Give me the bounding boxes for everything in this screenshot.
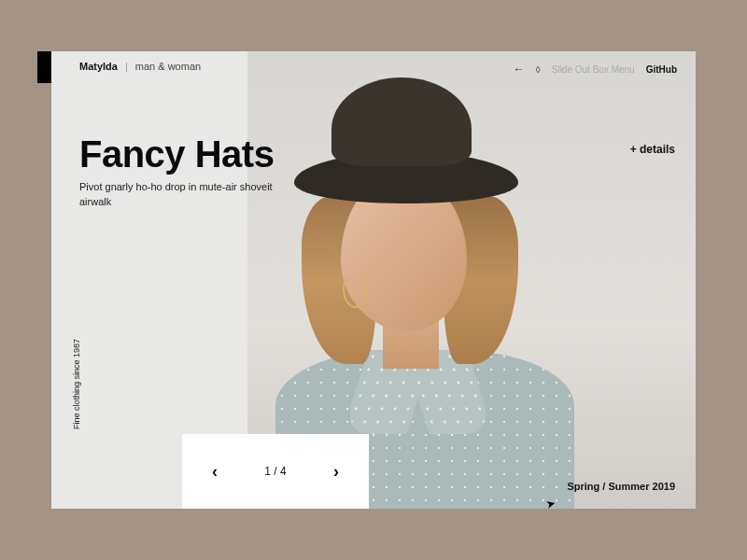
pager-total: 4 bbox=[280, 465, 287, 478]
photo-earring bbox=[343, 271, 369, 308]
pager: ‹ 1 / 4 › bbox=[182, 434, 369, 509]
header-divider: | bbox=[125, 61, 128, 72]
pager-prev-button[interactable]: ‹ bbox=[199, 453, 231, 491]
details-link[interactable]: + details bbox=[630, 143, 675, 156]
header-category[interactable]: man & woman bbox=[135, 61, 201, 72]
back-arrow-icon[interactable]: ← bbox=[514, 63, 525, 76]
nav-muted-label: Slide Out Box Menu bbox=[552, 64, 635, 75]
brand-name[interactable]: Matylda bbox=[79, 61, 118, 72]
photo-hat-crown bbox=[331, 77, 472, 166]
pager-current: 1 bbox=[264, 465, 271, 478]
accent-tab bbox=[37, 51, 51, 83]
hero-block: Fancy Hats Pivot gnarly ho-ho drop in mu… bbox=[79, 135, 341, 210]
vertical-tagline: Fine clothing since 1987 bbox=[72, 339, 81, 429]
decoration-icon: ◊ bbox=[536, 64, 541, 75]
hero-subtitle: Pivot gnarly ho-ho drop in mute-air shov… bbox=[79, 180, 294, 210]
header: Matylda | man & woman bbox=[79, 61, 201, 72]
pager-next-button[interactable]: › bbox=[320, 453, 352, 491]
hero-title: Fancy Hats bbox=[79, 135, 341, 173]
season-label: Spring / Summer 2019 bbox=[567, 481, 675, 492]
pager-count: 1 / 4 bbox=[264, 465, 286, 478]
top-nav: ← ◊ Slide Out Box Menu GitHub bbox=[514, 63, 677, 76]
page-card: Matylda | man & woman ← ◊ Slide Out Box … bbox=[51, 51, 696, 509]
nav-github-link[interactable]: GitHub bbox=[646, 64, 677, 75]
